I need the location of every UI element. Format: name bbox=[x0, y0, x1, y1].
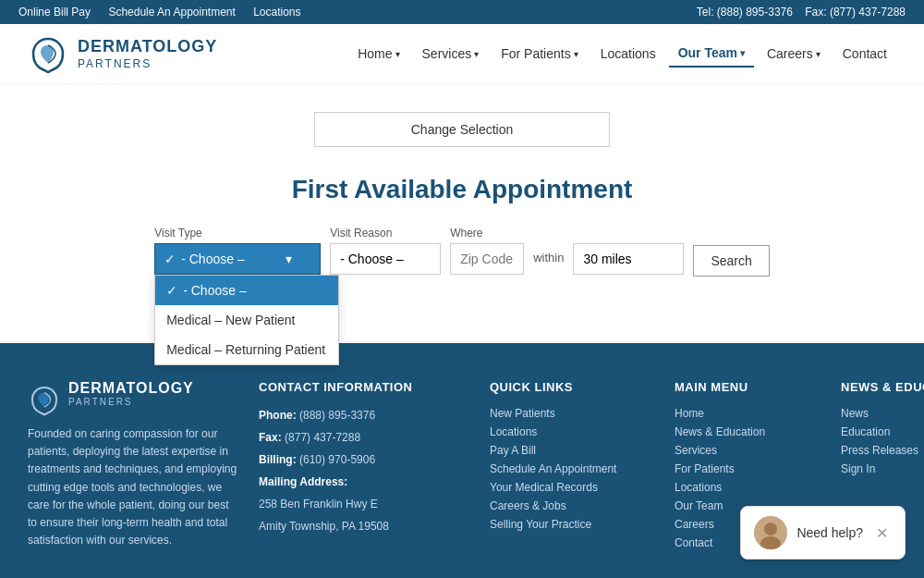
dropdown-arrow-icon: ▾ bbox=[286, 252, 292, 266]
svg-point-1 bbox=[764, 523, 777, 535]
where-label: Where bbox=[450, 227, 524, 240]
footer-mailing-label: Mailing Address: bbox=[259, 473, 471, 490]
main-content: Change Selection First Available Appoint… bbox=[0, 84, 924, 343]
footer-news-heading: NEWS & EDUCATION bbox=[841, 380, 924, 394]
top-bar-links: Online Bill Pay Schedule An Appointment … bbox=[18, 6, 316, 18]
chevron-down-icon: ▾ bbox=[740, 48, 745, 58]
footer-link-locations[interactable]: Locations bbox=[490, 425, 656, 438]
chevron-down-icon: ▾ bbox=[474, 49, 479, 59]
visit-type-label: Visit Type bbox=[154, 227, 321, 240]
footer-logo-section: DERMATOLOGY PARTNERS Founded on caring c… bbox=[28, 380, 240, 555]
footer-menu-news[interactable]: News & Education bbox=[675, 425, 822, 438]
chat-bubble[interactable]: Need help? ✕ bbox=[740, 506, 906, 560]
footer-sub: PARTNERS bbox=[68, 397, 194, 407]
top-bar: Online Bill Pay Schedule An Appointment … bbox=[0, 0, 924, 24]
main-nav: Home ▾ Services ▾ For Patients ▾ Locatio… bbox=[348, 40, 896, 68]
footer-link-new-patients[interactable]: New Patients bbox=[490, 407, 656, 420]
nav-for-patients[interactable]: For Patients ▾ bbox=[492, 41, 587, 67]
distance-select[interactable]: 30 miles 10 miles 50 miles 100 miles bbox=[573, 243, 684, 275]
nav-contact[interactable]: Contact bbox=[833, 41, 896, 67]
checkmark-icon: ✓ bbox=[164, 252, 176, 266]
footer-link-pay-bill[interactable]: Pay A Bill bbox=[490, 444, 656, 457]
top-bar-phone: Tel: (888) 895-3376 bbox=[697, 6, 793, 18]
footer-menu-home[interactable]: Home bbox=[675, 407, 822, 420]
footer-brand: DERMATOLOGY bbox=[68, 380, 194, 397]
footer-news-link[interactable]: News bbox=[841, 407, 924, 420]
visit-reason-group: Visit Reason - Choose – bbox=[330, 227, 441, 275]
footer-link-careers-jobs[interactable]: Careers & Jobs bbox=[490, 499, 656, 512]
visit-type-group: Visit Type ✓ - Choose – ▾ ✓ - Choose – M… bbox=[154, 227, 321, 275]
top-bar-schedule[interactable]: Schedule An Appointment bbox=[108, 6, 235, 18]
distance-group: 30 miles 10 miles 50 miles 100 miles bbox=[573, 227, 684, 275]
zip-input[interactable] bbox=[450, 243, 524, 275]
top-bar-bill-pay[interactable]: Online Bill Pay bbox=[18, 6, 91, 18]
footer-quick-links: QUICK LINKS New Patients Locations Pay A… bbox=[490, 380, 656, 555]
visit-type-dropdown-wrapper: ✓ - Choose – ▾ ✓ - Choose – Medical – Ne… bbox=[154, 243, 321, 275]
top-bar-contact: Tel: (888) 895-3376 Fax: (877) 437-7288 bbox=[697, 6, 906, 18]
distance-label bbox=[573, 227, 684, 240]
chevron-down-icon: ▾ bbox=[574, 49, 578, 59]
footer-sign-in-link[interactable]: Sign In bbox=[841, 462, 924, 475]
footer-link-schedule[interactable]: Schedule An Appointment bbox=[490, 462, 656, 475]
avatar-icon bbox=[754, 516, 787, 549]
chat-label: Need help? bbox=[796, 525, 863, 540]
visit-reason-label: Visit Reason bbox=[330, 227, 441, 240]
top-bar-locations[interactable]: Locations bbox=[253, 6, 300, 18]
option-label: Medical – Returning Patient bbox=[166, 342, 325, 357]
header: DERMATOLOGY PARTNERS Home ▾ Services ▾ F… bbox=[0, 24, 924, 84]
footer-contact-heading: CONTACT INFORMATION bbox=[259, 380, 471, 394]
within-label: within bbox=[533, 227, 564, 264]
nav-locations[interactable]: Locations bbox=[591, 41, 665, 67]
footer-link-medical-records[interactable]: Your Medical Records bbox=[490, 481, 656, 494]
nav-our-team[interactable]: Our Team ▾ bbox=[669, 40, 754, 68]
logo-area: DERMATOLOGY PARTNERS bbox=[28, 33, 217, 74]
footer-description: Founded on caring compassion for our pat… bbox=[28, 425, 240, 549]
chat-avatar bbox=[754, 516, 787, 549]
visit-type-value: - Choose – bbox=[181, 252, 244, 266]
where-group: Where bbox=[450, 227, 524, 275]
visit-reason-select[interactable]: - Choose – bbox=[330, 243, 441, 275]
footer-link-selling[interactable]: Selling Your Practice bbox=[490, 518, 656, 531]
appointment-form: Visit Type ✓ - Choose – ▾ ✓ - Choose – M… bbox=[18, 227, 906, 277]
search-button[interactable]: Search bbox=[693, 245, 769, 277]
nav-careers[interactable]: Careers ▾ bbox=[758, 41, 830, 67]
footer-education-link[interactable]: Education bbox=[841, 425, 924, 438]
footer-logo-icon bbox=[28, 383, 61, 416]
visit-type-option-choose[interactable]: ✓ - Choose – bbox=[155, 276, 338, 305]
footer-address1: 258 Ben Franklin Hwy E bbox=[259, 496, 471, 512]
top-bar-fax: Fax: (877) 437-7288 bbox=[805, 6, 906, 18]
footer-contact: CONTACT INFORMATION Phone: (888) 895-337… bbox=[259, 380, 471, 555]
logo-sub: PARTNERS bbox=[78, 57, 217, 70]
nav-home[interactable]: Home ▾ bbox=[348, 41, 408, 67]
visit-type-select[interactable]: ✓ - Choose – ▾ bbox=[154, 243, 321, 275]
footer-menu-for-patients[interactable]: For Patients bbox=[675, 462, 822, 475]
page-title: First Available Appointment bbox=[18, 175, 906, 204]
footer-quick-links-heading: QUICK LINKS bbox=[490, 380, 656, 394]
option-label: - Choose – bbox=[183, 283, 246, 298]
logo-brand: DERMATOLOGY bbox=[78, 37, 217, 57]
footer-menu-locations[interactable]: Locations bbox=[675, 481, 822, 494]
chevron-down-icon: ▾ bbox=[395, 49, 400, 59]
visit-type-option-returning-patient[interactable]: Medical – Returning Patient bbox=[155, 335, 338, 364]
logo-icon bbox=[28, 33, 68, 74]
footer-phone: Phone: (888) 895-3376 bbox=[259, 407, 471, 424]
footer-main-menu-heading: MAIN MENU bbox=[675, 380, 822, 394]
footer-fax: Fax: (877) 437-7288 bbox=[259, 429, 471, 446]
footer-press-releases-link[interactable]: Press Releases bbox=[841, 444, 924, 457]
check-icon: ✓ bbox=[166, 283, 177, 298]
footer-menu-services[interactable]: Services bbox=[675, 444, 822, 457]
option-label: Medical – New Patient bbox=[166, 313, 295, 327]
visit-type-dropdown-list: ✓ - Choose – Medical – New Patient Medic… bbox=[154, 275, 339, 365]
chat-close-button[interactable]: ✕ bbox=[872, 524, 892, 542]
chevron-down-icon: ▾ bbox=[816, 49, 821, 59]
visit-type-option-new-patient[interactable]: Medical – New Patient bbox=[155, 305, 338, 335]
nav-services[interactable]: Services ▾ bbox=[413, 41, 489, 67]
footer-billing: Billing: (610) 970-5906 bbox=[259, 451, 471, 468]
logo-text: DERMATOLOGY PARTNERS bbox=[78, 37, 217, 70]
footer-address2: Amity Township, PA 19508 bbox=[259, 518, 471, 535]
change-selection-button[interactable]: Change Selection bbox=[314, 112, 610, 147]
